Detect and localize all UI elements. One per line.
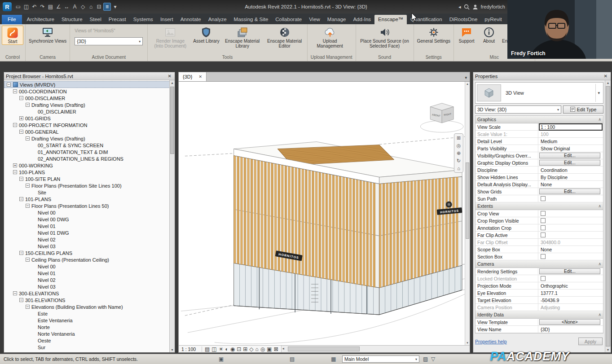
tree-item-nivel-01[interactable]: Nivel 01 [4,223,175,229]
orbit-icon[interactable]: ↻ [457,158,461,163]
tree-item-site[interactable]: Site [4,189,175,196]
browser-scrollbar[interactable]: ▴ ▾ [169,80,175,352]
far-clip-active-checkbox[interactable] [541,232,546,237]
rendering-settings-edit-button[interactable]: Edit... [539,268,600,274]
open-file-icon[interactable]: ▭ [14,3,22,11]
design-options-icon[interactable]: ▦ [331,356,336,362]
close-icon[interactable]: ✕ [198,75,202,79]
collapse-icon[interactable]: − [19,251,23,255]
viewcube[interactable]: FRONT RIGHT [420,103,463,132]
ribbon-tab-manage[interactable]: Manage [324,15,350,24]
tree-item-01-annotation-text-dim[interactable]: 01_ANNOTATION_TEXT & DIM [4,149,175,155]
scroll-up-icon[interactable]: ▴ [465,82,470,86]
tree-item-floor-plans-presentation-lines-50[interactable]: −Floor Plans (Presentation Lines 50) [4,202,175,209]
far-clip-offset-value[interactable]: 304800.0 [539,240,602,245]
revit-logo-icon[interactable]: R [3,2,12,11]
ribbon-tab-insert[interactable]: Insert [157,15,177,24]
tree-item-000-working[interactable]: +000-WORKING [4,162,175,169]
tree-item-floor-plans-presentation-site-lines-100[interactable]: −Floor Plans (Presentation Site Lines 10… [4,182,175,189]
zoom-icon[interactable]: ⊕ [457,150,461,156]
collapse-icon[interactable]: − [13,170,17,174]
ribbon-tab-enscape[interactable]: Enscape™ [374,15,407,24]
tree-item-000-project-information[interactable]: −000-PROJECT INFORMATION [4,122,175,128]
redo-icon[interactable]: ↷ [39,3,46,11]
tree-item-drafting-views-drafting[interactable]: −Drafting Views (Drafting) [4,101,175,108]
scroll-up-icon[interactable]: ▴ [605,81,611,85]
properties-help-link[interactable]: Properties help [475,339,507,344]
camera-position-value[interactable]: Adjusting [539,305,602,310]
tree-item-nivel-03[interactable]: Nivel 03 [4,243,175,250]
expand-icon[interactable]: + [19,116,23,120]
scroll-thumb[interactable] [606,86,610,346]
tree-item-nivel-03[interactable]: Nivel 03 [4,283,175,290]
type-selector[interactable]: 3D View ▾ [475,82,603,104]
asset-library-button[interactable]: Asset Library [192,26,220,44]
expand-icon[interactable]: + [13,163,17,167]
navigation-bar[interactable]: ⊞◎⊕↻⌂ [454,133,463,173]
tree-item-sur[interactable]: Sur [4,344,175,351]
synchronize-views-button[interactable]: Synchronize Views [27,26,68,44]
text-note-icon[interactable]: A [71,3,79,11]
print-icon[interactable]: ▤ [47,3,54,11]
tag-icon[interactable]: ◇ [79,3,87,11]
tree-item-00-disclaimer[interactable]: 00_DISCLAIMER [4,108,175,115]
render-dialog-icon[interactable]: ◉ [230,346,235,352]
default-3d-view-icon[interactable]: ⌂ [87,3,95,11]
tree-item-este-ventaneria[interactable]: Este Ventaneria [4,317,175,324]
scale-control[interactable]: 1 : 100 [179,346,202,352]
worksharing-display-icon[interactable]: ⊠ [274,346,278,352]
scroll-down-icon[interactable]: ▾ [605,348,611,352]
collapse-icon[interactable]: − [26,204,30,208]
section-camera[interactable]: Camera∧ [476,260,603,268]
collapse-icon[interactable]: − [19,177,23,181]
show-crop-region-icon[interactable]: ⊞ [243,346,247,352]
exclude-options-icon[interactable]: ▨ [423,356,428,362]
scroll-up-icon[interactable]: ▴ [170,81,175,85]
main-model-select[interactable]: Main Model ▾ [342,355,419,363]
save-icon[interactable]: ◫ [22,3,30,11]
tree-item-norte-ventaneria[interactable]: Norte Ventaneria [4,330,175,337]
customize-quick-access-icon[interactable]: ▾ [111,3,119,11]
ribbon-tab-analyze[interactable]: Analyze [205,15,230,24]
collapse-icon[interactable]: − [7,83,11,87]
collapse-icon[interactable]: − [19,197,23,201]
search-icon[interactable] [464,4,470,10]
render-image-into-document-button[interactable]: Render Image (Into Document) [150,26,191,48]
thin-lines-icon[interactable]: ≡ [103,3,111,11]
view-template-button[interactable]: <None> [539,319,600,325]
tree-item-100-plans[interactable]: −100-PLANS [4,169,175,175]
support-button[interactable]: Support [456,26,477,44]
tree-item-este[interactable]: Este [4,310,175,317]
temporary-hide-isolate-icon[interactable]: ⌂ [255,346,259,352]
collapse-section-icon[interactable]: ∧ [598,312,601,317]
section-extents[interactable]: Extents∧ [476,202,603,210]
collapse-icon[interactable]: − [26,103,30,107]
close-icon[interactable]: ✕ [167,74,173,79]
collapse-icon[interactable]: − [19,96,23,100]
tree-item-000-coordination[interactable]: −000-COORDINATION [4,88,175,95]
view-name-value[interactable]: {3D} [539,327,602,332]
projection-mode-value[interactable]: Orthographic [539,283,602,289]
aligned-dimension-icon[interactable]: ↔ [63,3,70,11]
tree-item-drafting-views-drafting[interactable]: −Drafting Views (Drafting) [4,135,175,142]
viewport-horizontal-scrollbar[interactable]: ◂ [281,346,470,352]
view-tab-3d[interactable]: {3D} ✕ [179,72,207,81]
scroll-thumb[interactable] [170,87,174,154]
collapse-section-icon[interactable]: ∧ [598,262,601,266]
reveal-hidden-elements-icon[interactable]: ◎ [260,346,265,352]
collapse-icon[interactable]: − [19,298,23,302]
home-view-icon[interactable]: ⊞ [457,135,461,140]
scroll-down-icon[interactable]: ▾ [170,348,175,352]
edit-type-button[interactable]: Edit Type [563,105,603,114]
tree-item-nivel-02[interactable]: Nivel 02 [4,236,175,243]
tree-item-oeste[interactable]: Oeste [4,337,175,344]
ribbon-tab-massing-site[interactable]: Massing & Site [230,15,272,24]
scroll-thumb[interactable] [466,162,469,239]
ribbon-tab-precast[interactable]: Precast [105,15,130,24]
drawing-area[interactable]: HORNITOS HORNITOS FRONT RIGHT [178,81,470,345]
worksets-icon[interactable]: ▤ [290,356,295,362]
measure-icon[interactable]: ∠ [55,3,62,11]
user-icon[interactable] [472,4,478,10]
collapse-section-icon[interactable]: ∧ [598,117,601,122]
start-button[interactable]: Start [2,26,23,45]
